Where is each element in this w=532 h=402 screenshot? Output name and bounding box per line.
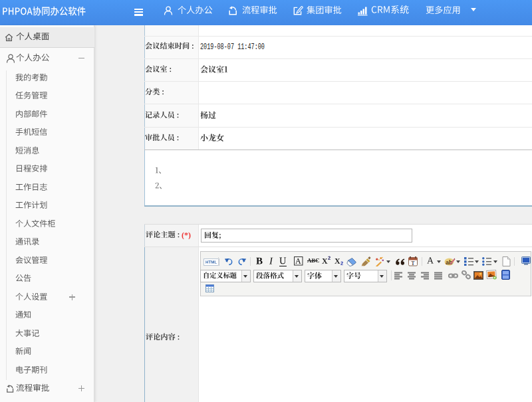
svg-text:T: T [411, 260, 415, 266]
